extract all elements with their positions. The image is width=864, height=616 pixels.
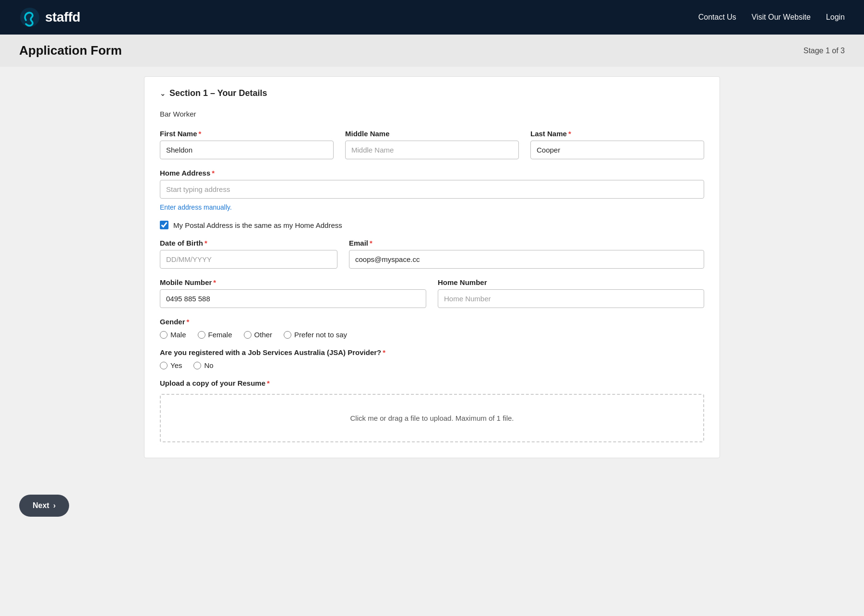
section-header[interactable]: ⌄ Section 1 – Your Details: [160, 88, 704, 98]
gender-required: *: [187, 318, 190, 326]
home-address-label: Home Address*: [160, 169, 704, 177]
first-name-input[interactable]: [160, 141, 334, 159]
position-question: Bar Worker: [160, 110, 704, 118]
page-title: Application Form: [19, 43, 122, 58]
jsa-label: Are you registered with a Job Services A…: [160, 348, 704, 356]
bottom-bar: Next ›: [0, 487, 864, 524]
next-button[interactable]: Next ›: [19, 495, 69, 517]
postal-address-label[interactable]: My Postal Address is the same as my Home…: [173, 221, 342, 229]
middle-name-label: Middle Name: [345, 130, 519, 138]
header: staffd Contact Us Visit Our Website Logi…: [0, 0, 864, 35]
middle-name-group: Middle Name: [345, 130, 519, 159]
enter-address-manually-link[interactable]: Enter address manually.: [160, 203, 704, 211]
middle-name-input[interactable]: [345, 141, 519, 159]
home-address-group: Home Address* Enter address manually.: [160, 169, 704, 211]
gender-other-radio[interactable]: [244, 331, 252, 339]
page-title-bar: Application Form Stage 1 of 3: [0, 35, 864, 67]
dob-required: *: [204, 239, 207, 247]
phone-row: Mobile Number* Home Number: [160, 278, 704, 308]
resume-group: Upload a copy of your Resume* Click me o…: [160, 379, 704, 442]
gender-other-label: Other: [254, 331, 273, 339]
mobile-group: Mobile Number*: [160, 278, 426, 308]
jsa-yes-label: Yes: [170, 361, 182, 369]
resume-upload-area[interactable]: Click me or drag a file to upload. Maxim…: [160, 394, 704, 442]
visit-website-link[interactable]: Visit Our Website: [752, 13, 811, 22]
next-button-label: Next: [33, 501, 49, 510]
first-name-label: First Name*: [160, 130, 334, 138]
gender-male-radio[interactable]: [160, 331, 168, 339]
dob-input[interactable]: [160, 250, 337, 269]
stage-label: Stage 1 of 3: [804, 47, 845, 55]
gender-female-label: Female: [208, 331, 232, 339]
nav-links: Contact Us Visit Our Website Login: [698, 13, 845, 22]
jsa-yes-radio[interactable]: [160, 362, 168, 369]
last-name-required: *: [568, 130, 571, 138]
first-name-group: First Name*: [160, 130, 334, 159]
next-button-icon: ›: [53, 501, 56, 510]
dob-email-row: Date of Birth* Email*: [160, 239, 704, 269]
email-group: Email*: [349, 239, 704, 269]
logo-icon: [19, 7, 40, 28]
upload-text: Click me or drag a file to upload. Maxim…: [350, 414, 514, 422]
resume-label: Upload a copy of your Resume*: [160, 379, 704, 387]
svg-point-0: [20, 8, 39, 27]
first-name-required: *: [199, 130, 202, 138]
email-required: *: [370, 239, 372, 247]
address-required: *: [212, 169, 215, 177]
postal-checkbox-row: My Postal Address is the same as my Home…: [160, 221, 704, 229]
gender-prefer-not-radio[interactable]: [284, 331, 291, 339]
jsa-no-item[interactable]: No: [193, 361, 213, 369]
jsa-radio-group: Yes No: [160, 361, 704, 369]
home-number-label: Home Number: [438, 278, 704, 286]
email-input[interactable]: [349, 250, 704, 269]
section-title: Section 1 – Your Details: [169, 88, 267, 98]
jsa-required: *: [383, 348, 385, 356]
mobile-input[interactable]: [160, 289, 426, 308]
logo-area: staffd: [19, 7, 80, 28]
gender-group: Gender* Male Female Other Prefer not to: [160, 318, 704, 339]
form-card: ⌄ Section 1 – Your Details Bar Worker Fi…: [144, 76, 720, 458]
gender-prefer-not-item[interactable]: Prefer not to say: [284, 331, 347, 339]
postal-address-checkbox[interactable]: [160, 221, 168, 229]
home-number-input[interactable]: [438, 289, 704, 308]
gender-female-radio[interactable]: [198, 331, 205, 339]
gender-other-item[interactable]: Other: [244, 331, 273, 339]
dob-label: Date of Birth*: [160, 239, 337, 247]
main-content: ⌄ Section 1 – Your Details Bar Worker Fi…: [125, 67, 739, 487]
last-name-label: Last Name*: [530, 130, 704, 138]
gender-label: Gender*: [160, 318, 704, 326]
last-name-input[interactable]: [530, 141, 704, 159]
home-number-group: Home Number: [438, 278, 704, 308]
gender-prefer-not-label: Prefer not to say: [294, 331, 347, 339]
home-address-input[interactable]: [160, 180, 704, 199]
logo-text: staffd: [45, 10, 80, 25]
resume-required: *: [267, 379, 270, 387]
address-row: Home Address* Enter address manually.: [160, 169, 704, 211]
jsa-no-radio[interactable]: [193, 362, 201, 369]
mobile-required: *: [213, 278, 216, 286]
jsa-group: Are you registered with a Job Services A…: [160, 348, 704, 369]
position-question-value: Bar Worker: [160, 110, 704, 118]
dob-group: Date of Birth*: [160, 239, 337, 269]
jsa-yes-item[interactable]: Yes: [160, 361, 182, 369]
gender-male-label: Male: [170, 331, 186, 339]
mobile-label: Mobile Number*: [160, 278, 426, 286]
email-label: Email*: [349, 239, 704, 247]
jsa-no-label: No: [204, 361, 213, 369]
last-name-group: Last Name*: [530, 130, 704, 159]
contact-us-link[interactable]: Contact Us: [698, 13, 736, 22]
gender-radio-group: Male Female Other Prefer not to say: [160, 331, 704, 339]
login-link[interactable]: Login: [826, 13, 845, 22]
name-row: First Name* Middle Name Last Name*: [160, 130, 704, 159]
gender-male-item[interactable]: Male: [160, 331, 186, 339]
chevron-down-icon: ⌄: [160, 90, 166, 97]
gender-female-item[interactable]: Female: [198, 331, 232, 339]
